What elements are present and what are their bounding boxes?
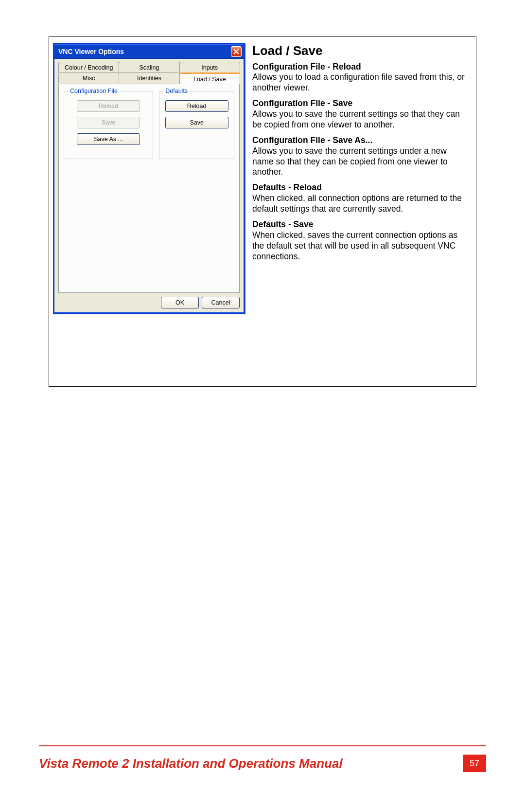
tab-colour-encoding[interactable]: Colour / Encoding <box>58 62 119 72</box>
close-icon[interactable] <box>231 46 242 57</box>
footer-rule <box>39 745 486 746</box>
window-titlebar[interactable]: VNC Viewer Options <box>54 44 244 59</box>
window-body: Colour / Encoding Scaling Inputs Misc Id… <box>54 59 244 312</box>
desc-label: Defaults - Reload <box>252 182 469 193</box>
screenshot-column: VNC Viewer Options Colour / Encoding Sca… <box>49 37 248 386</box>
tab-misc[interactable]: Misc <box>58 72 119 83</box>
section-heading: Load / Save <box>252 43 469 59</box>
desc-block: Configuration File - Save As... Allows y… <box>252 135 469 178</box>
tab-panel-load-save: Configuration File Reload Save Save As .… <box>58 84 240 293</box>
groupbox-configuration-file: Configuration File Reload Save Save As .… <box>64 91 153 159</box>
desc-body: When clicked, saves the current connecti… <box>252 230 469 262</box>
tab-load-save[interactable]: Load / Save <box>179 72 240 84</box>
config-save-button[interactable]: Save <box>77 117 140 128</box>
ok-button[interactable]: OK <box>161 297 199 308</box>
dialog-actions: OK Cancel <box>58 297 240 308</box>
tab-identities[interactable]: Identities <box>119 72 179 83</box>
group-legend-defaults: Defaults <box>163 88 190 94</box>
page-number-badge: 57 <box>463 755 486 772</box>
desc-body: Allows you to save the current settings … <box>252 109 469 130</box>
description-column: Load / Save Configuration File - Reload … <box>248 37 476 386</box>
tab-scaling[interactable]: Scaling <box>119 62 179 72</box>
desc-block: Configuration File - Save Allows you to … <box>252 98 469 130</box>
desc-block: Defaults - Save When clicked, saves the … <box>252 219 469 262</box>
tab-strip: Colour / Encoding Scaling Inputs Misc Id… <box>58 62 240 84</box>
desc-body: Allows you to load a configuration file … <box>252 72 469 93</box>
desc-block: Configuration File - Reload Allows you t… <box>252 62 469 94</box>
window-title: VNC Viewer Options <box>58 48 124 55</box>
manual-title: Vista Remote 2 Installation and Operatio… <box>39 756 463 771</box>
cancel-button[interactable]: Cancel <box>202 297 240 308</box>
desc-body: Allows you to save the current settings … <box>252 146 469 178</box>
config-save-as-button[interactable]: Save As ... <box>77 133 140 145</box>
desc-label: Configuration File - Reload <box>252 62 469 72</box>
tab-inputs[interactable]: Inputs <box>179 62 240 72</box>
config-reload-button[interactable]: Reload <box>77 100 140 112</box>
group-legend-config: Configuration File <box>68 88 120 94</box>
desc-block: Defaults - Reload When clicked, all conn… <box>252 182 469 215</box>
desc-body: When clicked, all connection options are… <box>252 193 469 215</box>
defaults-save-button[interactable]: Save <box>165 117 228 128</box>
desc-label: Defaults - Save <box>252 219 469 230</box>
page-footer: Vista Remote 2 Installation and Operatio… <box>39 755 486 772</box>
content-frame: VNC Viewer Options Colour / Encoding Sca… <box>49 36 476 387</box>
groupbox-defaults: Defaults Reload Save <box>159 91 234 159</box>
desc-label: Configuration File - Save <box>252 98 469 109</box>
desc-label: Configuration File - Save As... <box>252 135 469 146</box>
vnc-options-window: VNC Viewer Options Colour / Encoding Sca… <box>53 43 245 314</box>
defaults-reload-button[interactable]: Reload <box>165 100 228 112</box>
